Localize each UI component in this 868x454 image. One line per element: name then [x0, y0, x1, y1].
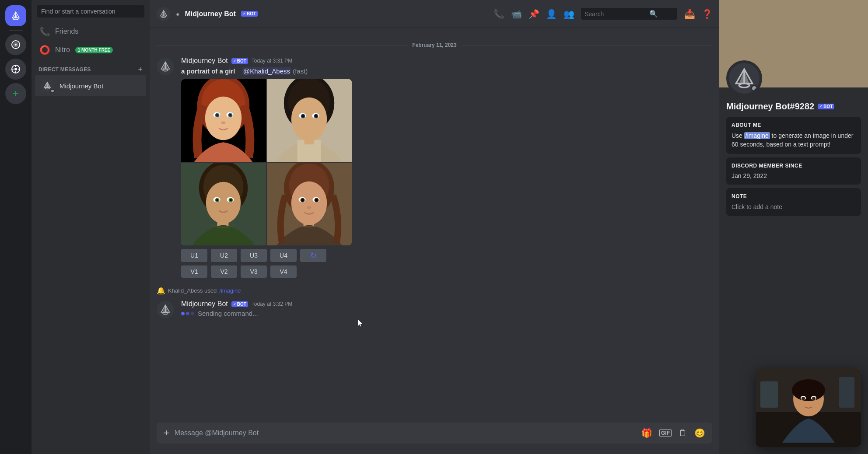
header-search-box[interactable]: 🔍 — [581, 8, 677, 20]
member-list-icon[interactable]: 👥 — [564, 9, 574, 19]
svg-point-16 — [205, 97, 242, 140]
svg-point-4 — [14, 68, 17, 70]
attachment-icon[interactable]: + — [164, 427, 169, 439]
help-icon[interactable]: ❓ — [702, 9, 712, 19]
svg-point-62 — [739, 84, 749, 87]
svg-point-52 — [291, 182, 327, 225]
msg-timestamp-1: Today at 3:31 PM — [252, 58, 292, 64]
msg-header-2: Midjourney Bot ✓ BOT Today at 3:32 PM — [181, 300, 712, 308]
svg-point-66 — [792, 379, 825, 401]
chat-header: ● Midjourney Bot ✓ BOT 📞 📹 📌 👤 👥 🔍 📥 ❓ — [150, 0, 719, 28]
svg-point-40 — [206, 182, 241, 224]
video-overlay — [756, 368, 861, 447]
explore-button[interactable] — [5, 59, 26, 80]
variation-2-button[interactable]: V2 — [211, 265, 237, 278]
variation-4-button[interactable]: V4 — [270, 265, 297, 278]
svg-point-61 — [163, 312, 168, 314]
member-since-section: DISCORD MEMBER SINCE Jan 29, 2022 — [726, 157, 861, 185]
about-me-text: Use /imagine to generate an image in und… — [732, 132, 856, 149]
msg-author-1: Midjourney Bot — [181, 57, 228, 65]
msg-bold-text: a portrait of a girl — [181, 67, 235, 75]
openai-server-button[interactable]: ✦ — [5, 34, 26, 55]
dm-section-header: DIRECT MESSAGES + — [32, 59, 150, 75]
upscale-2-button[interactable]: U2 — [211, 249, 237, 262]
dm-item-midjourney[interactable]: Midjourney Bot — [35, 75, 146, 96]
svg-point-11 — [163, 69, 168, 71]
svg-point-57 — [301, 199, 304, 202]
phone-call-icon[interactable]: 📞 — [494, 9, 504, 19]
portrait-4 — [267, 163, 352, 245]
svg-rect-72 — [839, 377, 854, 408]
pinned-messages-icon[interactable]: 📌 — [528, 9, 539, 19]
about-me-section: ABOUT ME Use /imagine to generate an ima… — [726, 117, 861, 154]
header-actions: 📞 📹 📌 👤 👥 🔍 📥 ❓ — [494, 8, 712, 20]
note-title: NOTE — [732, 193, 856, 199]
nitro-label: Nitro — [55, 46, 70, 54]
dot-2 — [186, 312, 189, 315]
sidebar: Find or start a conversation 📞 Friends ⭕… — [32, 0, 150, 454]
video-call-icon[interactable]: 📹 — [511, 9, 522, 19]
msg-separator: – — [237, 67, 243, 75]
svg-point-70 — [812, 397, 816, 400]
upscale-1-button[interactable]: U1 — [181, 249, 207, 262]
svg-text:✦: ✦ — [14, 42, 18, 47]
find-conversation-search[interactable]: Find or start a conversation — [37, 5, 144, 17]
nitro-nav-item[interactable]: ⭕ Nitro 1 MONTH FREE — [35, 41, 146, 59]
new-dm-button[interactable]: + — [138, 66, 143, 73]
sending-indicator: Sending command... — [181, 310, 712, 317]
main-chat: ● Midjourney Bot ✓ BOT 📞 📹 📌 👤 👥 🔍 📥 ❓ F… — [150, 0, 719, 454]
svg-point-28 — [291, 98, 327, 141]
emoji-icon[interactable]: 😊 — [694, 428, 705, 438]
svg-rect-71 — [760, 381, 778, 408]
profile-status-dot — [751, 85, 758, 92]
header-bot-tag: ✓ BOT — [241, 11, 258, 17]
date-divider: February 11, 2023 — [150, 35, 719, 55]
input-icons: 🎁 GIF 🗒 😊 — [641, 428, 705, 438]
portrait-2 — [267, 79, 352, 162]
message-input[interactable] — [175, 429, 636, 437]
msg-text-1: a portrait of a girl – @Khalid_Abess (fa… — [181, 66, 712, 76]
sidebar-nav: 📞 Friends ⭕ Nitro 1 MONTH FREE — [32, 23, 150, 59]
note-input[interactable] — [732, 203, 856, 210]
msg-content-2: Midjourney Bot ✓ BOT Today at 3:32 PM Se… — [181, 300, 712, 318]
nitro-icon: ⭕ — [39, 45, 50, 55]
chat-messages: February 11, 2023 Midjourney Bot ✓ BOT — [150, 28, 719, 423]
svg-point-23 — [221, 121, 226, 124]
dm-header-label: DIRECT MESSAGES — [38, 66, 91, 73]
profile-name: Midjourney Bot#9282 ✓ BOT — [726, 101, 861, 112]
friends-nav-item[interactable]: 📞 Friends — [35, 23, 146, 40]
svg-point-10 — [161, 16, 165, 17]
add-friend-icon[interactable]: 👤 — [546, 9, 556, 19]
gift-icon[interactable]: 🎁 — [641, 428, 652, 438]
profile-info: Midjourney Bot#9282 ✓ BOT ABOUT ME Use /… — [719, 87, 868, 227]
variation-3-button[interactable]: V3 — [241, 265, 267, 278]
header-search-input[interactable] — [584, 10, 646, 17]
svg-point-45 — [216, 199, 218, 201]
add-server-button[interactable]: + — [5, 83, 26, 104]
gif-icon[interactable]: GIF — [659, 429, 672, 437]
sticker-icon[interactable]: 🗒 — [679, 428, 687, 438]
profile-avatar — [726, 60, 762, 96]
msg-avatar-2 — [157, 301, 174, 318]
inbox-icon[interactable]: 📥 — [684, 9, 695, 19]
used-command-line: 🔔 Khalid_Abess used /imagine — [150, 283, 719, 298]
imagine-command-link[interactable]: /imagine — [219, 287, 241, 294]
portrait-1 — [181, 79, 266, 162]
home-button[interactable] — [5, 5, 26, 26]
header-bot-name: Midjourney Bot — [185, 10, 235, 18]
note-section: NOTE — [726, 188, 861, 216]
image-grid[interactable] — [181, 79, 352, 245]
svg-point-21 — [216, 114, 219, 117]
upscale-4-button[interactable]: U4 — [270, 249, 297, 262]
loading-dots — [181, 312, 194, 315]
rail-divider — [9, 30, 23, 31]
message-2: Midjourney Bot ✓ BOT Today at 3:32 PM Se… — [150, 298, 719, 320]
variation-1-button[interactable]: V1 — [181, 265, 207, 278]
icon-rail: ✦ + — [0, 0, 32, 454]
refresh-button[interactable]: ↻ — [300, 249, 326, 262]
profile-bot-name: Midjourney Bot#9282 — [726, 101, 814, 112]
msg-header-1: Midjourney Bot ✓ BOT Today at 3:31 PM — [181, 57, 712, 65]
svg-point-33 — [302, 115, 304, 118]
msg-content-1: Midjourney Bot ✓ BOT Today at 3:31 PM a … — [181, 57, 712, 278]
upscale-3-button[interactable]: U3 — [241, 249, 267, 262]
